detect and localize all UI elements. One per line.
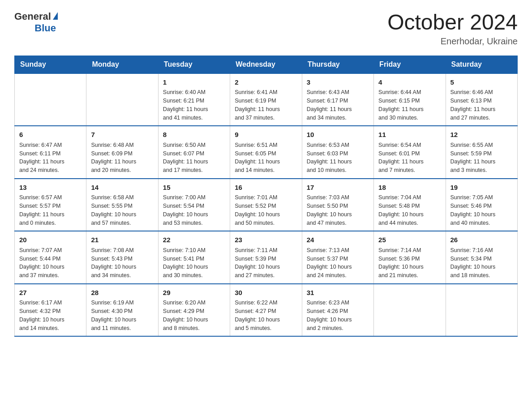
col-tuesday: Tuesday bbox=[158, 56, 230, 73]
col-thursday: Thursday bbox=[302, 56, 373, 73]
day-info: Sunrise: 6:58 AMSunset: 5:55 PMDaylight:… bbox=[91, 193, 153, 227]
day-number: 23 bbox=[235, 235, 297, 245]
day-number: 16 bbox=[235, 183, 297, 193]
day-number: 6 bbox=[19, 130, 82, 140]
calendar-cell-w3-d1: 14Sunrise: 6:58 AMSunset: 5:55 PMDayligh… bbox=[86, 179, 158, 231]
day-info: Sunrise: 7:00 AMSunset: 5:54 PMDaylight:… bbox=[163, 193, 225, 227]
day-number: 21 bbox=[91, 235, 153, 245]
day-number: 15 bbox=[163, 183, 225, 193]
calendar-week-3: 13Sunrise: 6:57 AMSunset: 5:57 PMDayligh… bbox=[15, 179, 518, 231]
day-info: Sunrise: 6:23 AMSunset: 4:26 PMDaylight:… bbox=[307, 299, 369, 332]
day-info: Sunrise: 7:05 AMSunset: 5:46 PMDaylight:… bbox=[450, 193, 513, 227]
day-number: 3 bbox=[307, 77, 369, 88]
day-number: 14 bbox=[91, 183, 153, 193]
day-info: Sunrise: 6:51 AMSunset: 6:05 PMDaylight:… bbox=[235, 141, 297, 175]
day-number: 25 bbox=[378, 235, 441, 245]
day-number: 27 bbox=[19, 288, 82, 298]
calendar-cell-w4-d1: 21Sunrise: 7:08 AMSunset: 5:43 PMDayligh… bbox=[86, 231, 158, 284]
day-info: Sunrise: 7:08 AMSunset: 5:43 PMDaylight:… bbox=[91, 246, 153, 280]
col-sunday: Sunday bbox=[15, 56, 86, 73]
calendar-cell-w5-d3: 30Sunrise: 6:22 AMSunset: 4:27 PMDayligh… bbox=[230, 284, 302, 337]
day-info: Sunrise: 7:07 AMSunset: 5:44 PMDaylight:… bbox=[19, 246, 82, 280]
calendar-cell-w2-d3: 9Sunrise: 6:51 AMSunset: 6:05 PMDaylight… bbox=[230, 126, 302, 179]
calendar-cell-w4-d0: 20Sunrise: 7:07 AMSunset: 5:44 PMDayligh… bbox=[15, 231, 86, 284]
day-info: Sunrise: 7:01 AMSunset: 5:52 PMDaylight:… bbox=[235, 193, 297, 227]
month-title: October 2024 bbox=[387, 11, 518, 34]
day-info: Sunrise: 6:46 AMSunset: 6:13 PMDaylight:… bbox=[450, 88, 513, 122]
calendar-cell-w3-d3: 16Sunrise: 7:01 AMSunset: 5:52 PMDayligh… bbox=[230, 179, 302, 231]
day-number: 24 bbox=[307, 235, 369, 245]
day-info: Sunrise: 7:11 AMSunset: 5:39 PMDaylight:… bbox=[235, 246, 297, 280]
day-number: 4 bbox=[378, 77, 441, 88]
day-info: Sunrise: 6:40 AMSunset: 6:21 PMDaylight:… bbox=[163, 88, 225, 122]
day-number: 26 bbox=[450, 235, 513, 245]
day-number: 5 bbox=[450, 77, 513, 88]
calendar-cell-w2-d6: 12Sunrise: 6:55 AMSunset: 5:59 PMDayligh… bbox=[446, 126, 517, 179]
calendar-cell-w1-d3: 2Sunrise: 6:41 AMSunset: 6:19 PMDaylight… bbox=[230, 73, 302, 126]
col-saturday: Saturday bbox=[446, 56, 517, 73]
calendar-cell-w2-d1: 7Sunrise: 6:48 AMSunset: 6:09 PMDaylight… bbox=[86, 126, 158, 179]
day-info: Sunrise: 6:57 AMSunset: 5:57 PMDaylight:… bbox=[19, 193, 82, 227]
day-info: Sunrise: 6:41 AMSunset: 6:19 PMDaylight:… bbox=[235, 88, 297, 122]
calendar-cell-w5-d6 bbox=[446, 284, 517, 337]
day-info: Sunrise: 6:54 AMSunset: 6:01 PMDaylight:… bbox=[378, 141, 441, 175]
calendar-cell-w5-d4: 31Sunrise: 6:23 AMSunset: 4:26 PMDayligh… bbox=[302, 284, 373, 337]
day-info: Sunrise: 6:50 AMSunset: 6:07 PMDaylight:… bbox=[163, 141, 225, 175]
calendar-cell-w3-d0: 13Sunrise: 6:57 AMSunset: 5:57 PMDayligh… bbox=[15, 179, 86, 231]
title-section: October 2024 Enerhodar, Ukraine bbox=[387, 11, 518, 47]
calendar-cell-w4-d2: 22Sunrise: 7:10 AMSunset: 5:41 PMDayligh… bbox=[158, 231, 230, 284]
calendar-cell-w3-d6: 19Sunrise: 7:05 AMSunset: 5:46 PMDayligh… bbox=[446, 179, 517, 231]
day-info: Sunrise: 7:14 AMSunset: 5:36 PMDaylight:… bbox=[378, 246, 441, 280]
day-info: Sunrise: 7:03 AMSunset: 5:50 PMDaylight:… bbox=[307, 193, 369, 227]
day-info: Sunrise: 6:44 AMSunset: 6:15 PMDaylight:… bbox=[378, 88, 441, 122]
day-info: Sunrise: 6:17 AMSunset: 4:32 PMDaylight:… bbox=[19, 299, 82, 332]
day-info: Sunrise: 6:47 AMSunset: 6:11 PMDaylight:… bbox=[19, 141, 82, 175]
calendar-cell-w5-d2: 29Sunrise: 6:20 AMSunset: 4:29 PMDayligh… bbox=[158, 284, 230, 337]
day-info: Sunrise: 6:48 AMSunset: 6:09 PMDaylight:… bbox=[91, 141, 153, 175]
logo: General Blue bbox=[14, 11, 58, 34]
day-number: 1 bbox=[163, 77, 225, 88]
calendar-cell-w5-d0: 27Sunrise: 6:17 AMSunset: 4:32 PMDayligh… bbox=[15, 284, 86, 337]
calendar-cell-w2-d5: 11Sunrise: 6:54 AMSunset: 6:01 PMDayligh… bbox=[374, 126, 446, 179]
day-number: 18 bbox=[378, 183, 441, 193]
day-number: 30 bbox=[235, 288, 297, 298]
calendar-cell-w3-d5: 18Sunrise: 7:04 AMSunset: 5:48 PMDayligh… bbox=[374, 179, 446, 231]
day-info: Sunrise: 7:04 AMSunset: 5:48 PMDaylight:… bbox=[378, 193, 441, 227]
calendar-week-2: 6Sunrise: 6:47 AMSunset: 6:11 PMDaylight… bbox=[15, 126, 518, 179]
logo-blue-text: Blue bbox=[34, 22, 56, 34]
day-number: 19 bbox=[450, 183, 513, 193]
calendar-week-4: 20Sunrise: 7:07 AMSunset: 5:44 PMDayligh… bbox=[15, 231, 518, 284]
day-number: 31 bbox=[307, 288, 369, 298]
col-monday: Monday bbox=[86, 56, 158, 73]
location-title: Enerhodar, Ukraine bbox=[387, 36, 518, 47]
day-number: 2 bbox=[235, 77, 297, 88]
day-info: Sunrise: 7:16 AMSunset: 5:34 PMDaylight:… bbox=[450, 246, 513, 280]
day-number: 11 bbox=[378, 130, 441, 140]
calendar-cell-w5-d5 bbox=[374, 284, 446, 337]
calendar-cell-w3-d2: 15Sunrise: 7:00 AMSunset: 5:54 PMDayligh… bbox=[158, 179, 230, 231]
calendar-table: Sunday Monday Tuesday Wednesday Thursday… bbox=[14, 56, 518, 337]
calendar-cell-w1-d2: 1Sunrise: 6:40 AMSunset: 6:21 PMDaylight… bbox=[158, 73, 230, 126]
day-number: 12 bbox=[450, 130, 513, 140]
calendar-cell-w1-d1 bbox=[86, 73, 158, 126]
calendar-cell-w4-d4: 24Sunrise: 7:13 AMSunset: 5:37 PMDayligh… bbox=[302, 231, 373, 284]
day-info: Sunrise: 6:53 AMSunset: 6:03 PMDaylight:… bbox=[307, 141, 369, 175]
day-info: Sunrise: 7:13 AMSunset: 5:37 PMDaylight:… bbox=[307, 246, 369, 280]
logo-triangle-icon bbox=[53, 12, 58, 20]
day-number: 17 bbox=[307, 183, 369, 193]
logo-general-text: General bbox=[14, 11, 51, 22]
calendar-week-5: 27Sunrise: 6:17 AMSunset: 4:32 PMDayligh… bbox=[15, 284, 518, 337]
day-info: Sunrise: 6:20 AMSunset: 4:29 PMDaylight:… bbox=[163, 299, 225, 332]
calendar-header-row: Sunday Monday Tuesday Wednesday Thursday… bbox=[15, 56, 518, 73]
calendar-cell-w2-d2: 8Sunrise: 6:50 AMSunset: 6:07 PMDaylight… bbox=[158, 126, 230, 179]
day-number: 9 bbox=[235, 130, 297, 140]
calendar-cell-w2-d4: 10Sunrise: 6:53 AMSunset: 6:03 PMDayligh… bbox=[302, 126, 373, 179]
calendar-week-1: 1Sunrise: 6:40 AMSunset: 6:21 PMDaylight… bbox=[15, 73, 518, 126]
day-number: 22 bbox=[163, 235, 225, 245]
day-number: 29 bbox=[163, 288, 225, 298]
day-info: Sunrise: 6:55 AMSunset: 5:59 PMDaylight:… bbox=[450, 141, 513, 175]
calendar-cell-w4-d5: 25Sunrise: 7:14 AMSunset: 5:36 PMDayligh… bbox=[374, 231, 446, 284]
calendar-cell-w4-d3: 23Sunrise: 7:11 AMSunset: 5:39 PMDayligh… bbox=[230, 231, 302, 284]
calendar-cell-w1-d5: 4Sunrise: 6:44 AMSunset: 6:15 PMDaylight… bbox=[374, 73, 446, 126]
calendar-cell-w4-d6: 26Sunrise: 7:16 AMSunset: 5:34 PMDayligh… bbox=[446, 231, 517, 284]
